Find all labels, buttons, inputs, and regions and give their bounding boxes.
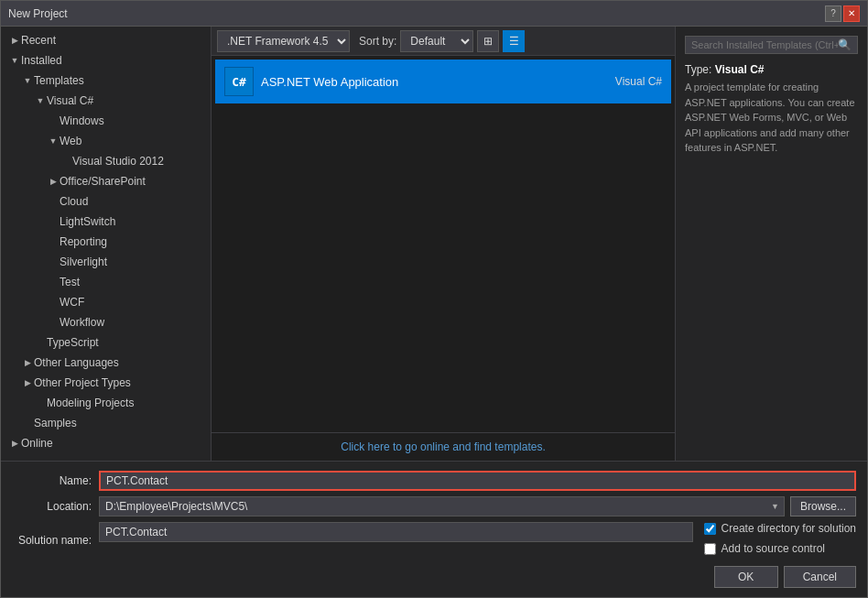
arrow-icon: ▶ [47,175,60,188]
tree-item-typescript[interactable]: TypeScript [1,332,211,353]
tree-label-text: Visual Studio 2012 [72,155,164,168]
arrow-icon [34,397,47,409]
left-panel: ▶ Recent ▼ Installed ▼ Templates ▼ [1,27,212,461]
arrow-icon: ▶ [8,437,21,450]
right-panel: 🔍 Type: Visual C# A project template for… [675,27,867,461]
tree-item-visual-csharp[interactable]: ▼ Visual C# [1,91,211,111]
tree-label-text: TypeScript [47,336,99,349]
location-select[interactable]: D:\Employee\Projects\MVC5\ [99,496,785,516]
tree-label-text: Windows [60,114,104,127]
tree-label-text: Cloud [60,195,88,208]
sort-select[interactable]: Default [400,30,473,52]
solution-input-group: Create directory for solution Add to sou… [99,522,856,559]
template-name: ASP.NET Web Application [261,75,615,89]
template-item-aspnet[interactable]: C# ASP.NET Web Application Visual C# [215,60,671,103]
location-row: Location: D:\Employee\Projects\MVC5\ Bro… [12,496,856,516]
tree-label-text: Online [21,437,53,450]
tree-label-text: Web [60,135,81,147]
arrow-icon: ▶ [21,376,34,389]
ok-button[interactable]: OK [714,566,778,588]
arrow-icon: ▶ [21,356,34,369]
dialog-buttons: OK Cancel [12,566,856,588]
template-list: C# ASP.NET Web Application Visual C# [212,56,675,432]
tree-item-windows[interactable]: Windows [1,111,211,131]
list-view-button[interactable]: ☰ [503,30,525,52]
tree-label-text: Recent [21,34,56,47]
arrow-icon: ▼ [8,54,21,67]
arrow-icon: ▼ [21,74,34,87]
cancel-button[interactable]: Cancel [784,566,856,588]
tree-item-silverlight[interactable]: Silverlight [1,252,211,272]
solution-label: Solution name: [12,534,99,547]
name-input[interactable] [99,471,856,491]
arrow-icon [34,336,47,349]
source-control-checkbox[interactable] [704,543,716,555]
arrow-icon [60,155,72,168]
tree-item-test[interactable]: Test [1,272,211,292]
create-directory-label: Create directory for solution [722,522,856,535]
search-input[interactable] [691,39,838,50]
tree-item-reporting[interactable]: Reporting [1,232,211,252]
arrow-icon: ▼ [47,135,60,147]
tree-item-workflow[interactable]: Workflow [1,312,211,332]
template-toolbar: .NET Framework 4.5 Sort by: Default ⊞ ☰ [212,27,675,56]
tree-item-recent[interactable]: ▶ Recent [1,30,211,50]
create-directory-checkbox[interactable] [704,523,716,535]
sort-label: Sort by: [359,35,396,48]
location-select-wrapper: D:\Employee\Projects\MVC5\ [99,496,785,516]
type-description: A project template for creating ASP.NET … [685,80,858,156]
close-button[interactable]: ✕ [843,5,860,22]
main-content-area: ▶ Recent ▼ Installed ▼ Templates ▼ [1,27,867,461]
tree-item-other-project-types[interactable]: ▶ Other Project Types [1,373,211,393]
tree-label-text: Reporting [60,235,107,248]
solution-row: Solution name: Create directory for solu… [12,522,856,559]
title-bar-buttons: ? ✕ [825,5,860,22]
tree-item-modeling-projects[interactable]: Modeling Projects [1,393,211,413]
new-project-dialog: New Project ? ✕ ▶ Recent ▼ Installed [0,0,868,598]
tree-label-text: Workflow [60,316,104,329]
tree-label-text: Samples [34,417,77,429]
arrow-icon [47,215,60,228]
location-input-group: D:\Employee\Projects\MVC5\ Browse... [99,496,856,516]
grid-view-button[interactable]: ⊞ [477,30,499,52]
tree-label-text: Modeling Projects [47,397,134,409]
tree-item-templates[interactable]: ▼ Templates [1,71,211,91]
tree-item-wcf[interactable]: WCF [1,292,211,312]
name-label: Name: [12,474,99,487]
name-row: Name: [12,471,856,491]
arrow-icon [47,296,60,309]
template-icon: C# [224,67,254,96]
tree-label-text: Test [60,276,80,288]
online-templates-link[interactable]: Click here to go online and find templat… [341,440,545,453]
arrow-icon [21,417,34,429]
browse-button[interactable]: Browse... [790,496,856,516]
source-control-row: Add to source control [699,542,856,555]
help-button[interactable]: ? [825,5,841,22]
tree-label-text: Silverlight [60,256,107,268]
tree-label-text: Installed [21,54,62,67]
tree-item-web[interactable]: ▼ Web [1,131,211,151]
solution-input[interactable] [99,522,693,542]
tree-item-installed[interactable]: ▼ Installed [1,50,211,71]
tree-label-text: Office/SharePoint [60,175,146,188]
tree-item-office-sharepoint[interactable]: ▶ Office/SharePoint [1,171,211,191]
arrow-icon: ▶ [8,34,21,47]
tree-item-other-languages[interactable]: ▶ Other Languages [1,353,211,373]
arrow-icon: ▼ [34,94,47,107]
tree-label-text: LightSwitch [60,215,115,228]
arrow-icon [47,235,60,248]
title-bar: New Project ? ✕ [1,1,867,27]
framework-select[interactable]: .NET Framework 4.5 [217,30,350,52]
arrow-icon [47,195,60,208]
search-icon: 🔍 [838,38,852,51]
tree-item-online[interactable]: ▶ Online [1,433,211,453]
tree-item-cloud[interactable]: Cloud [1,191,211,212]
tree-item-visual-studio-2012[interactable]: Visual Studio 2012 [1,151,211,171]
tree-item-samples[interactable]: Samples [1,413,211,433]
right-options: Create directory for solution Add to sou… [699,522,856,559]
tree-label-text: Templates [34,74,84,87]
tree-label-text: Other Project Types [34,376,131,389]
arrow-icon [47,316,60,329]
arrow-icon [47,276,60,288]
tree-item-lightswitch[interactable]: LightSwitch [1,212,211,232]
